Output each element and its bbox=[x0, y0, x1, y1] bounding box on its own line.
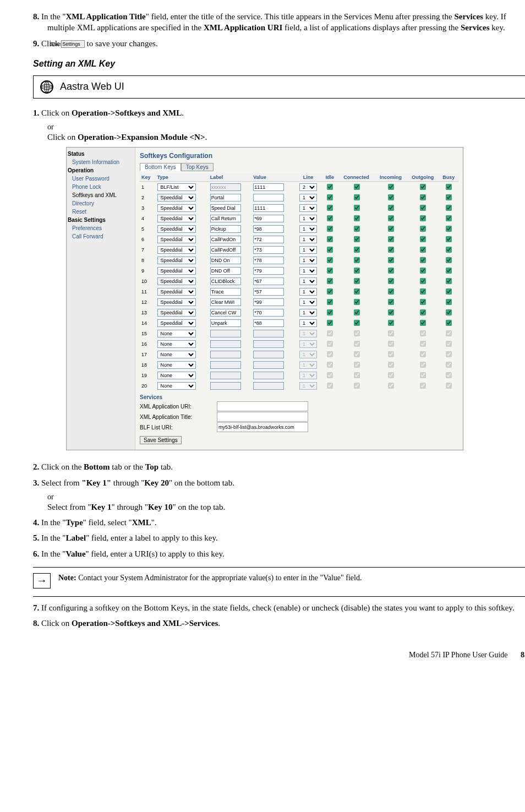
label-input[interactable] bbox=[210, 194, 241, 201]
state-checkbox[interactable] bbox=[388, 320, 394, 326]
type-select[interactable]: Speeddial bbox=[157, 225, 196, 233]
state-checkbox[interactable] bbox=[420, 184, 426, 190]
value-input[interactable] bbox=[253, 267, 284, 275]
line-select[interactable]: 1 bbox=[299, 215, 317, 222]
tab-bottom-keys[interactable]: Bottom Keys bbox=[140, 163, 181, 171]
state-checkbox[interactable] bbox=[446, 362, 452, 368]
state-checkbox[interactable] bbox=[327, 257, 333, 263]
type-select[interactable]: None bbox=[157, 372, 196, 379]
state-checkbox[interactable] bbox=[354, 299, 360, 305]
value-input[interactable] bbox=[253, 309, 284, 317]
value-input[interactable] bbox=[253, 204, 284, 212]
state-checkbox[interactable] bbox=[327, 236, 333, 242]
state-checkbox[interactable] bbox=[327, 383, 333, 389]
state-checkbox[interactable] bbox=[327, 268, 333, 274]
state-checkbox[interactable] bbox=[420, 236, 426, 242]
blf-uri-input[interactable] bbox=[217, 422, 308, 432]
line-select[interactable]: 1 bbox=[299, 351, 317, 358]
label-input[interactable] bbox=[210, 330, 241, 337]
line-select[interactable]: 1 bbox=[299, 277, 317, 285]
state-checkbox[interactable] bbox=[388, 194, 394, 200]
value-input[interactable] bbox=[253, 288, 284, 296]
type-select[interactable]: Speeddial bbox=[157, 319, 196, 327]
type-select[interactable]: Speeddial bbox=[157, 309, 196, 317]
state-checkbox[interactable] bbox=[420, 226, 426, 232]
type-select[interactable]: None bbox=[157, 382, 196, 390]
state-checkbox[interactable] bbox=[388, 341, 394, 347]
state-checkbox[interactable] bbox=[327, 194, 333, 200]
state-checkbox[interactable] bbox=[388, 226, 394, 232]
line-select[interactable]: 1 bbox=[299, 340, 317, 348]
state-checkbox[interactable] bbox=[420, 194, 426, 200]
state-checkbox[interactable] bbox=[388, 309, 394, 315]
state-checkbox[interactable] bbox=[420, 247, 426, 253]
value-input[interactable] bbox=[253, 382, 284, 390]
state-checkbox[interactable] bbox=[327, 226, 333, 232]
state-checkbox[interactable] bbox=[388, 215, 394, 221]
value-input[interactable] bbox=[253, 257, 284, 264]
state-checkbox[interactable] bbox=[446, 268, 452, 274]
label-input[interactable] bbox=[210, 277, 241, 285]
label-input[interactable] bbox=[210, 204, 241, 212]
line-select[interactable]: 1 bbox=[299, 194, 317, 201]
state-checkbox[interactable] bbox=[420, 257, 426, 263]
label-input[interactable] bbox=[210, 351, 241, 358]
value-input[interactable] bbox=[253, 372, 284, 379]
nav-item[interactable]: Directory bbox=[68, 199, 134, 208]
state-checkbox[interactable] bbox=[420, 351, 426, 357]
state-checkbox[interactable] bbox=[446, 215, 452, 221]
label-input[interactable] bbox=[210, 288, 241, 296]
label-input[interactable] bbox=[210, 309, 241, 317]
state-checkbox[interactable] bbox=[354, 309, 360, 315]
value-input[interactable] bbox=[253, 246, 284, 254]
state-checkbox[interactable] bbox=[446, 226, 452, 232]
line-select[interactable]: 1 bbox=[299, 309, 317, 317]
state-checkbox[interactable] bbox=[388, 257, 394, 263]
line-select[interactable]: 1 bbox=[299, 257, 317, 264]
state-checkbox[interactable] bbox=[420, 341, 426, 347]
label-input[interactable] bbox=[210, 319, 241, 327]
state-checkbox[interactable] bbox=[446, 351, 452, 357]
type-select[interactable]: Speeddial bbox=[157, 288, 196, 296]
state-checkbox[interactable] bbox=[420, 372, 426, 378]
value-input[interactable] bbox=[253, 215, 284, 222]
line-select[interactable]: 1 bbox=[299, 204, 317, 212]
state-checkbox[interactable] bbox=[446, 299, 452, 305]
nav-item[interactable]: Call Forward bbox=[68, 232, 134, 241]
state-checkbox[interactable] bbox=[354, 362, 360, 368]
label-input[interactable] bbox=[210, 382, 241, 390]
value-input[interactable] bbox=[253, 351, 284, 358]
state-checkbox[interactable] bbox=[354, 288, 360, 295]
nav-item[interactable]: System Information bbox=[68, 158, 134, 166]
type-select[interactable]: Speeddial bbox=[157, 277, 196, 285]
state-checkbox[interactable] bbox=[327, 299, 333, 305]
state-checkbox[interactable] bbox=[354, 215, 360, 221]
state-checkbox[interactable] bbox=[327, 320, 333, 326]
state-checkbox[interactable] bbox=[327, 288, 333, 295]
state-checkbox[interactable] bbox=[420, 268, 426, 274]
state-checkbox[interactable] bbox=[354, 320, 360, 326]
state-checkbox[interactable] bbox=[388, 362, 394, 368]
xml-uri-input[interactable] bbox=[217, 401, 308, 411]
state-checkbox[interactable] bbox=[388, 278, 394, 284]
nav-item[interactable]: Softkeys and XML bbox=[68, 191, 134, 199]
state-checkbox[interactable] bbox=[354, 236, 360, 242]
state-checkbox[interactable] bbox=[420, 288, 426, 295]
label-input[interactable] bbox=[210, 183, 241, 191]
value-input[interactable] bbox=[253, 277, 284, 285]
state-checkbox[interactable] bbox=[388, 268, 394, 274]
type-select[interactable]: Speeddial bbox=[157, 257, 196, 264]
state-checkbox[interactable] bbox=[354, 278, 360, 284]
label-input[interactable] bbox=[210, 225, 241, 233]
state-checkbox[interactable] bbox=[327, 372, 333, 378]
type-select[interactable]: Speeddial bbox=[157, 267, 196, 275]
state-checkbox[interactable] bbox=[354, 372, 360, 378]
state-checkbox[interactable] bbox=[354, 226, 360, 232]
state-checkbox[interactable] bbox=[446, 320, 452, 326]
value-input[interactable] bbox=[253, 225, 284, 233]
xml-title-input[interactable] bbox=[217, 412, 308, 422]
state-checkbox[interactable] bbox=[446, 330, 452, 336]
value-input[interactable] bbox=[253, 194, 284, 201]
state-checkbox[interactable] bbox=[446, 236, 452, 242]
type-select[interactable]: Speeddial bbox=[157, 204, 196, 212]
